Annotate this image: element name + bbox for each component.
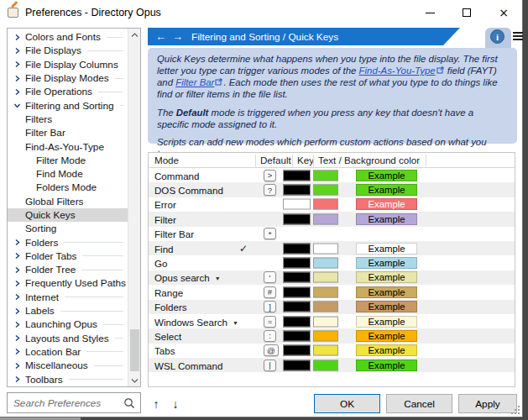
sidebar-item-miscellaneous[interactable]: Miscellaneous	[8, 359, 128, 372]
back-arrow-icon[interactable]: ←	[155, 31, 166, 42]
chevron-down-icon[interactable]	[13, 102, 21, 109]
sidebar-item-global-filters[interactable]: Global Filters	[8, 195, 128, 208]
info-icon[interactable]: i	[490, 29, 504, 44]
table-row-range[interactable]: Range#Example	[149, 285, 515, 299]
close-button[interactable]: ×	[485, 0, 522, 25]
background-color-swatch[interactable]	[313, 330, 338, 341]
move-up-button[interactable]: ↑	[148, 396, 165, 412]
sidebar-item-filters[interactable]: Filters	[8, 113, 128, 126]
background-color-swatch[interactable]	[313, 170, 338, 181]
sidebar-item-file-display-columns[interactable]: File Display Columns	[8, 58, 128, 71]
key-badge[interactable]: '	[264, 271, 276, 283]
maximize-button[interactable]	[448, 0, 485, 25]
dropdown-arrow-icon[interactable]: ▼	[215, 276, 221, 281]
dropdown-arrow-icon[interactable]: ▼	[233, 319, 238, 325]
text-color-swatch[interactable]	[283, 316, 311, 327]
background-color-swatch[interactable]	[313, 345, 338, 356]
cancel-button[interactable]: Cancel	[386, 394, 452, 413]
sidebar-item-toolbars[interactable]: Toolbars	[8, 372, 128, 386]
table-row-windows-search[interactable]: Windows Search▼=Example	[149, 314, 515, 328]
chevron-right-icon[interactable]	[13, 334, 21, 342]
sidebar-item-find-mode[interactable]: Find Mode	[8, 167, 128, 181]
sidebar-item-folders[interactable]: Folders	[8, 235, 128, 249]
sidebar-item-layouts-and-styles[interactable]: Layouts and Styles	[8, 332, 128, 345]
sidebar-item-colors-and-fonts[interactable]: Colors and Fonts	[8, 30, 128, 44]
chevron-right-icon[interactable]	[13, 60, 21, 68]
text-color-swatch[interactable]	[283, 170, 311, 181]
key-badge[interactable]: ]	[264, 301, 276, 312]
text-color-swatch[interactable]	[283, 213, 311, 224]
chevron-right-icon[interactable]	[13, 348, 21, 355]
chevron-right-icon[interactable]	[13, 375, 21, 383]
find-as-you-type-link[interactable]: Find-As-You-Type	[359, 66, 436, 76]
chevron-right-icon[interactable]	[13, 75, 21, 82]
background-color-swatch[interactable]	[313, 302, 338, 312]
chevron-right-icon[interactable]	[13, 252, 21, 260]
chevron-right-icon[interactable]	[13, 34, 21, 41]
text-color-swatch[interactable]	[283, 330, 311, 341]
chevron-right-icon[interactable]	[13, 266, 21, 274]
sidebar-item-find-as-you-type[interactable]: Find-As-You-Type	[8, 139, 128, 153]
text-color-swatch[interactable]	[283, 302, 311, 312]
table-row-select[interactable]: Select:Example	[149, 328, 515, 343]
table-row-go[interactable]: GoExample	[149, 255, 515, 270]
minimize-button[interactable]	[411, 0, 448, 25]
sidebar-item-labels[interactable]: Labels	[8, 304, 128, 318]
table-row-wsl-command[interactable]: WSL Command|Example	[149, 358, 515, 372]
key-badge[interactable]: >	[264, 170, 276, 181]
default-checkmark-icon[interactable]: ✓	[226, 243, 261, 255]
text-color-swatch[interactable]	[283, 258, 311, 269]
chevron-right-icon[interactable]	[13, 280, 21, 287]
chevron-right-icon[interactable]	[13, 88, 21, 96]
background-color-swatch[interactable]	[313, 258, 338, 269]
chevron-right-icon[interactable]	[13, 293, 21, 301]
column-header-key[interactable]: Key	[297, 155, 314, 165]
table-row-tabs[interactable]: Tabs@Example	[149, 344, 515, 358]
forward-arrow-icon[interactable]: →	[172, 31, 183, 42]
background-color-swatch[interactable]	[313, 185, 338, 196]
scroll-up-icon[interactable]	[128, 29, 141, 41]
resize-grip[interactable]	[511, 406, 520, 414]
background-color-swatch[interactable]	[313, 286, 338, 297]
table-row-command[interactable]: Command>Example	[149, 168, 515, 182]
key-badge[interactable]: =	[264, 316, 276, 328]
sidebar-item-file-display-modes[interactable]: File Display Modes	[8, 71, 128, 85]
chevron-right-icon[interactable]	[13, 362, 21, 370]
sidebar-item-frequently-used-paths[interactable]: Frequently Used Paths	[8, 276, 128, 290]
sidebar-item-folders-mode[interactable]: Folders Mode	[8, 181, 128, 194]
sidebar-item-launching-opus[interactable]: Launching Opus	[8, 318, 128, 331]
sidebar-item-sorting[interactable]: Sorting	[8, 222, 128, 235]
sidebar-item-filtering-and-sorting[interactable]: Filtering and Sorting	[8, 98, 128, 112]
text-color-swatch[interactable]	[283, 272, 311, 283]
text-color-swatch[interactable]	[283, 345, 311, 356]
chevron-right-icon[interactable]	[13, 239, 21, 246]
background-color-swatch[interactable]	[313, 213, 338, 224]
chevron-right-icon[interactable]	[13, 321, 21, 328]
table-row-find[interactable]: Find✓Example	[149, 241, 515, 255]
sidebar-item-quick-keys[interactable]: Quick Keys	[8, 208, 128, 222]
sidebar-item-location-bar[interactable]: Location Bar	[8, 345, 128, 359]
background-color-swatch[interactable]	[313, 272, 338, 283]
key-badge[interactable]: #	[264, 286, 276, 298]
table-row-dos-command[interactable]: DOS Command?Example	[149, 182, 515, 197]
sidebar-item-file-displays[interactable]: File Displays	[8, 44, 128, 57]
background-color-swatch[interactable]	[313, 243, 338, 254]
sidebar-item-folder-tree[interactable]: Folder Tree	[8, 263, 128, 276]
search-preferences-field[interactable]: Search Preferences	[7, 392, 141, 413]
ok-button[interactable]: OK	[314, 394, 380, 413]
table-row-folders[interactable]: Folders]Example	[149, 300, 515, 314]
key-badge[interactable]: |	[264, 360, 276, 371]
sidebar-item-filter-mode[interactable]: Filter Mode	[8, 154, 128, 167]
scroll-down-icon[interactable]	[128, 374, 141, 386]
scrollbar-thumb[interactable]	[130, 329, 139, 371]
sidebar-item-folder-tabs[interactable]: Folder Tabs	[8, 249, 128, 263]
column-header-mode[interactable]: Mode	[154, 155, 179, 165]
background-color-swatch[interactable]	[313, 199, 338, 210]
table-row-filter[interactable]: FilterExample	[149, 212, 515, 226]
table-row-filter-bar[interactable]: Filter Bar*	[149, 227, 515, 241]
key-badge[interactable]: *	[264, 228, 276, 239]
move-down-button[interactable]: ↓	[167, 396, 184, 412]
sidebar-item-file-operations[interactable]: File Operations	[8, 85, 128, 98]
sidebar-scrollbar[interactable]	[128, 29, 140, 386]
key-badge[interactable]: @	[264, 344, 279, 356]
